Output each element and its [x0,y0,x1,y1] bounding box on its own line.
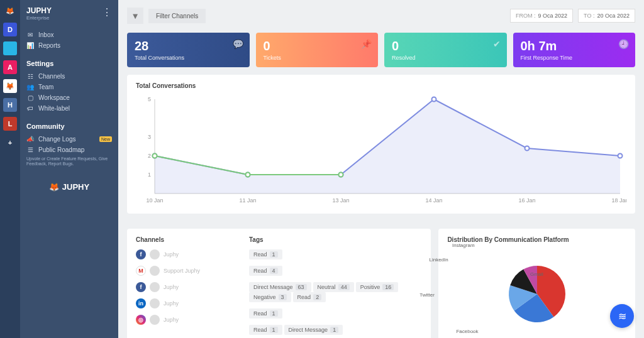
tag-chip[interactable]: Read4 [249,266,282,276]
topbar: ▼ Filter Channels FROM : 9 Oca 2022 TO :… [127,8,635,24]
avatar [150,266,160,276]
rail-item-2[interactable] [3,41,17,55]
tag-label: Read [253,327,267,333]
pie-label: Gmail [530,271,543,277]
workspace-rail: 🦊DA🦊HL+ [0,0,20,338]
channel-row[interactable]: inJuphy [136,298,236,308]
sidebar-item-public-roadmap[interactable]: ☰Public Roadmap [26,144,112,155]
help-fab[interactable]: ≋ [610,304,634,328]
tag-chip[interactable]: Negative3 [249,292,291,302]
avatar [150,298,160,308]
tag-count: 3 [279,294,287,300]
kpi-icon: 🕘 [618,39,629,49]
distribution-panel: Distribution By Communication Platform G… [438,229,635,338]
channel-name: Juphy [164,300,179,307]
distribution-pie: GmailFacebookTwitterLinkedInInstagram [447,247,626,338]
tag-count: 44 [338,284,350,290]
channel-name: Juphy [164,251,179,258]
svg-text:16 Jan: 16 Jan [518,197,535,204]
svg-text:14 Jan: 14 Jan [425,197,442,204]
pie-label: Facebook [456,329,478,334]
sidebar-heading: Community [26,123,112,130]
kpi-label: Resolved [392,55,499,61]
tag-chip[interactable]: Neutral44 [313,282,354,292]
channel-row[interactable]: MSupport Juphy [136,266,236,276]
tag-label: Read [253,251,267,258]
svg-point-20 [339,173,343,177]
kpi-icon: 💬 [233,39,243,49]
sidebar-item-label: White-label [38,105,70,112]
date-from[interactable]: FROM : 9 Oca 2022 [510,9,573,23]
kpi-icon: ✔ [493,39,501,49]
conversations-chart: 123510 Jan11 Jan13 Jan14 Jan16 Jan18 Jan [136,93,626,206]
sidebar-item-label: Channels [38,73,65,80]
kpi-icon: 📌 [361,39,372,49]
kpi-card-tickets: 0Tickets📌 [256,33,379,67]
tag-label: Positive [360,284,380,290]
kpi-value: 0h 7m [521,39,628,53]
fb-icon: f [136,282,146,292]
sidebar-item-channels[interactable]: ☷Channels [26,71,112,82]
tag-count: 1 [270,251,278,258]
rail-item-3[interactable]: A [3,60,17,74]
rail-item-6[interactable]: L [3,117,17,131]
channels-heading: Channels [136,236,236,243]
sidebar-item-change-logs[interactable]: 📣Change LogsNew [26,134,112,144]
tag-row: Direct Message63 Neutral44 Positive16 Ne… [249,282,422,302]
tag-count: 1 [270,327,278,333]
sidebar-item-icon: 🏷 [26,105,34,112]
filter-channels-button[interactable]: Filter Channels [148,9,206,23]
sidebar-item-icon: ▢ [26,94,34,101]
svg-text:1: 1 [148,172,151,178]
channel-row[interactable]: ◎Juphy [136,315,236,325]
new-badge: New [99,136,112,142]
sidebar-item-white-label[interactable]: 🏷White-label [26,103,112,114]
channel-row[interactable]: fJuphy [136,249,236,259]
sidebar-heading: Settings [26,60,112,67]
rail-item-0[interactable]: 🦊 [3,4,17,18]
rail-item-4[interactable]: 🦊 [3,79,17,93]
date-to[interactable]: TO : 20 Oca 2022 [578,9,635,23]
rail-item-7[interactable]: + [3,136,17,150]
filter-icon[interactable]: ▼ [127,8,143,24]
kpi-value: 28 [135,39,242,53]
sidebar-item-reports[interactable]: 📊Reports [26,40,112,51]
sidebar-item-team[interactable]: 👥Team [26,82,112,92]
rail-item-1[interactable]: D [3,23,17,36]
sidebar-item-workspace[interactable]: ▢Workspace [26,92,112,103]
sidebar-more-icon[interactable]: ⋮ [102,6,112,18]
date-to-value: 20 Oca 2022 [597,13,630,19]
pie-label: LinkedIn [429,257,448,263]
channel-row[interactable]: fJuphy [136,282,236,292]
sidebar-item-icon: 👥 [26,84,34,90]
tag-row: Read1 [249,249,422,259]
date-from-value: 9 Oca 2022 [538,13,568,19]
tag-chip[interactable]: Read1 [249,308,282,319]
gm-icon: M [136,266,146,276]
tag-chip[interactable]: Direct Message1 [284,325,343,335]
kpi-card-first-response-time: 0h 7mFirst Response Time🕘 [513,33,636,67]
tag-label: Read [253,268,267,274]
tags-heading: Tags [249,236,422,243]
tag-chip[interactable]: Read2 [293,292,326,302]
rail-item-5[interactable]: H [3,98,17,112]
sidebar-item-icon: 📊 [26,42,34,49]
help-icon: ≋ [618,310,626,322]
sidebar-item-label: Team [38,84,53,90]
brand-logo: 🦊 JUPHY [26,182,112,192]
tag-count: 1 [330,327,338,333]
tag-label: Negative [253,294,276,300]
sidebar-item-inbox[interactable]: ✉Inbox [26,30,112,40]
tag-chip[interactable]: Positive16 [356,282,399,292]
tag-chip[interactable]: Read1 [249,249,282,259]
kpi-cards: 28Total Conversations💬0Tickets📌0Resolved… [127,33,635,67]
date-to-label: TO : [584,13,594,19]
tag-chip[interactable]: Read1 [249,325,282,335]
fox-icon: 🦊 [49,182,59,192]
sidebar-item-label: Change Logs [38,136,76,143]
channel-name: Support Juphy [164,268,200,274]
channels-panel: Channels fJuphyMSupport JuphyfJuphyinJup… [127,229,431,338]
tag-count: 2 [313,294,321,300]
main-content: ▼ Filter Channels FROM : 9 Oca 2022 TO :… [118,0,644,338]
tag-chip[interactable]: Direct Message63 [249,282,311,292]
